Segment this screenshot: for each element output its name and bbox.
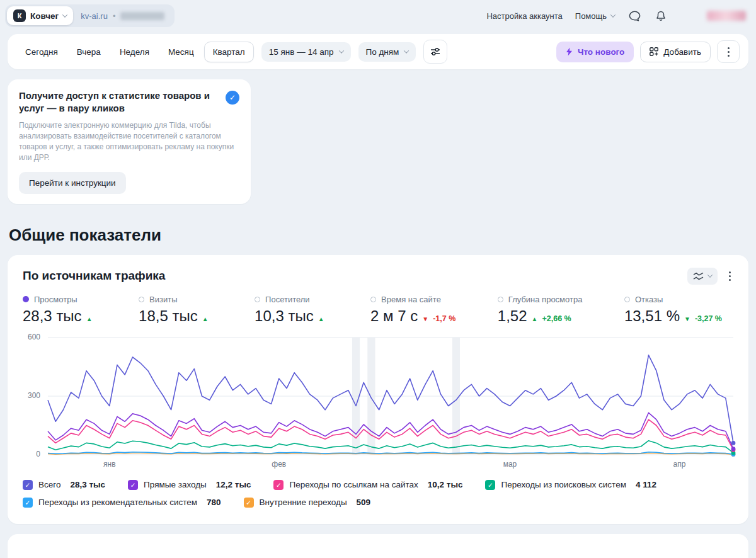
legend-value: 4 112 [636, 480, 656, 489]
top-bar: К Ковчег kv-ai.ru • Настройка аккаунта П… [0, 0, 756, 30]
radio-icon [370, 297, 376, 302]
period-tab-yesterday[interactable]: Вчера [68, 42, 110, 62]
x-axis-label: фев [272, 460, 286, 469]
legend-checkbox[interactable] [128, 480, 138, 490]
legend-value: 10,2 тыс [428, 480, 463, 489]
top-right: Настройка аккаунта Помощь [486, 5, 746, 26]
section-title: Общие показатели [9, 225, 756, 245]
help-menu[interactable]: Помощь [575, 11, 615, 21]
counter-name: Ковчег [30, 11, 59, 21]
legend-checkbox[interactable] [244, 498, 254, 508]
metric-value: 13,51 % [624, 307, 680, 325]
metric-label: Отказы [635, 295, 663, 304]
y-axis-label: 300 [28, 391, 40, 400]
metric-value: 10,3 тыс [255, 307, 314, 325]
legend-checkbox[interactable] [273, 480, 284, 490]
chat-icon[interactable] [627, 9, 641, 23]
trend-arrow-icon: ▲ [532, 316, 538, 322]
lightning-icon [566, 47, 573, 56]
chart-type-selector[interactable] [687, 268, 718, 285]
metric-delta: +2,66 % [542, 314, 571, 323]
metric-tab-bounce-rate[interactable]: Отказы 13,51 %▼-3,27 % [624, 295, 722, 325]
separator-dot: • [113, 11, 116, 21]
counter-selector[interactable]: К Ковчег [7, 6, 73, 25]
metric-label: Время на сайте [381, 295, 441, 304]
trend-arrow-icon: ▲ [318, 316, 324, 322]
y-axis-labels: 0300600 [23, 338, 43, 455]
chevron-down-icon [404, 48, 409, 53]
metric-label: Просмотры [34, 295, 77, 304]
trend-arrow-icon: ▼ [684, 316, 690, 322]
grouping-value: По дням [366, 47, 399, 57]
toolbar-more-button[interactable] [717, 40, 740, 63]
user-account[interactable] [680, 5, 746, 26]
promo-body: Подключите электронную коммерцию для Til… [19, 120, 239, 163]
x-axis-label: апр [673, 460, 685, 469]
trend-arrow-icon: ▲ [86, 316, 93, 322]
promo-instruction-button[interactable]: Перейти к инструкции [19, 172, 126, 194]
site-link[interactable]: kv-ai.ru [81, 11, 108, 21]
x-axis-labels: янвфевмарапр [48, 458, 733, 472]
metrica-dashboard: К Ковчег kv-ai.ru • Настройка аккаунта П… [0, 0, 756, 558]
metric-tab-views[interactable]: Просмотры 28,3 тыс▲ [23, 295, 97, 325]
widget-more-button[interactable] [726, 269, 733, 283]
chevron-down-icon [610, 12, 616, 17]
period-tab-quarter[interactable]: Квартал [204, 42, 254, 62]
chart-canvas[interactable] [48, 338, 733, 455]
x-axis-label: мар [503, 460, 517, 469]
legend-value: 509 [357, 498, 371, 507]
metric-label: Посетители [265, 295, 310, 304]
legend-item-internal: Внутренние переходы 509 [244, 498, 371, 508]
legend-value: 28,3 тыс [70, 480, 105, 489]
metric-tab-time-on-site[interactable]: Время на сайте 2 м 7 с▼-1,7 % [370, 295, 455, 325]
help-label: Помощь [575, 11, 607, 21]
metric-tab-visitors[interactable]: Посетители 10,3 тыс▲ [255, 295, 329, 325]
legend-checkbox[interactable] [23, 480, 33, 490]
metric-label: Глубина просмотра [508, 295, 583, 304]
metric-tab-depth[interactable]: Глубина просмотра 1,52▲+2,66 % [498, 295, 583, 325]
account-settings-link[interactable]: Настройка аккаунта [486, 11, 562, 21]
legend-label: Переходы по ссылкам на сайтах [289, 480, 418, 489]
check-badge-icon: ✓ [226, 91, 239, 105]
add-label: Добавить [663, 47, 701, 57]
date-range-picker[interactable]: 15 янв — 14 апр [261, 42, 351, 62]
legend-value: 12,2 тыс [216, 480, 251, 489]
metric-delta: -1,7 % [433, 314, 455, 323]
chart-legend: Всего 28,3 тыс Прямые заходы 12,2 тыс Пе… [23, 480, 733, 508]
legend-label: Всего [38, 480, 60, 489]
trend-arrow-icon: ▼ [422, 316, 428, 322]
add-button[interactable]: Добавить [640, 42, 711, 62]
legend-checkbox[interactable] [23, 498, 33, 508]
legend-label: Внутренние переходы [260, 498, 347, 507]
metric-value: 28,3 тыс [23, 307, 82, 325]
period-tab-today[interactable]: Сегодня [16, 42, 67, 62]
chevron-down-icon [338, 48, 343, 53]
legend-label: Переходы из рекомендательных систем [38, 498, 197, 507]
segments-filter-button[interactable] [423, 40, 447, 64]
legend-label: Прямые заходы [144, 480, 207, 489]
chevron-down-icon [707, 273, 713, 278]
whats-new-label: Что нового [578, 47, 624, 57]
chevron-down-icon [62, 12, 67, 17]
metric-tab-visits[interactable]: Визиты 18,5 тыс▲ [139, 295, 213, 325]
metric-value: 1,52 [498, 307, 527, 325]
y-axis-label: 600 [28, 333, 40, 341]
bell-icon[interactable] [654, 9, 668, 23]
metric-delta: -3,27 % [695, 314, 722, 323]
sliders-icon [430, 47, 440, 56]
metric-label: Визиты [149, 295, 177, 304]
legend-item-recommendations: Переходы из рекомендательных систем 780 [23, 498, 221, 508]
line-chart[interactable]: 0300600 янвфевмарапр [23, 338, 733, 472]
whats-new-button[interactable]: Что нового [556, 42, 634, 62]
metric-value: 2 м 7 с [370, 307, 418, 325]
radio-icon [23, 296, 29, 302]
radio-icon [255, 297, 260, 302]
counter-logo: К [13, 9, 26, 22]
legend-item-search: Переходы из поисковых систем 4 112 [485, 480, 656, 490]
period-tab-month[interactable]: Месяц [159, 42, 203, 62]
grouping-select[interactable]: По дням [358, 42, 416, 62]
line-chart-icon [693, 272, 704, 280]
legend-checkbox[interactable] [485, 480, 495, 490]
period-tab-week[interactable]: Неделя [111, 42, 158, 62]
legend-label: Переходы из поисковых систем [501, 480, 626, 489]
